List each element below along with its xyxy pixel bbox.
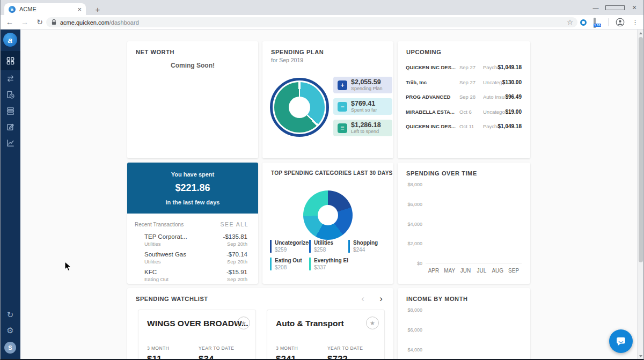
bookmark-star-icon[interactable]: ☆	[567, 18, 573, 26]
sidebar-item-investing[interactable]	[0, 135, 20, 151]
gear-icon[interactable]: ⚙	[6, 326, 13, 334]
sidebar-item-planning[interactable]	[0, 119, 20, 135]
transactions-icon	[6, 74, 15, 83]
extension-badge-icon[interactable]: 1.16	[594, 19, 601, 26]
top-categories-card: TOP SPENDING CATEGORIES LAST 30 DAYS Unc…	[262, 163, 393, 284]
tab-close-icon[interactable]: ×	[77, 6, 82, 13]
scrollbar-down-icon[interactable]	[638, 353, 644, 359]
back-icon[interactable]: ←	[2, 18, 17, 26]
stat-label: Left to spend	[351, 129, 381, 134]
scrollbar-up-icon[interactable]	[638, 30, 644, 36]
app-logo[interactable]: a	[3, 33, 17, 47]
upcoming-date: Sep 27	[459, 79, 483, 85]
transaction-date: Sep 20th	[226, 259, 247, 265]
spending-plan-stats: +$2,055.59Spending Plan−$769.41Spent so …	[333, 77, 392, 136]
transaction-right: -$15.91Sep 20th	[226, 269, 247, 282]
upcoming-date: Sep 27	[459, 64, 483, 70]
legend-value: $244	[353, 247, 390, 253]
transaction-row[interactable]: KFCEating Out-$15.91Sep 20th	[127, 267, 258, 284]
stat-value: $241	[276, 354, 327, 360]
chat-bubble-icon	[615, 335, 627, 347]
window-minimize-button[interactable]: —	[586, 0, 605, 15]
scrollbar-thumb[interactable]	[639, 37, 643, 262]
main-area: a ↻ ⚙ S NET WORTH Coming Soon! SPENDING …	[0, 30, 644, 360]
donut-hole	[318, 205, 338, 225]
upcoming-row[interactable]: PROG ADVANCEDSep 28Auto Insuran...$96.49	[398, 90, 530, 105]
top-categories-title: TOP SPENDING CATEGORIES LAST 30 DAYS	[262, 163, 393, 176]
sidebar-item-transactions[interactable]	[0, 70, 20, 86]
transaction-row[interactable]: TEP Corporat...Utilities-$135.81Sep 20th	[127, 231, 258, 249]
menu-dots-icon[interactable]: ⋮	[632, 18, 639, 26]
sidebar-item-dashboard[interactable]	[0, 51, 20, 70]
transaction-date: Sep 20th	[223, 241, 247, 247]
top-categories-donut-chart	[303, 190, 353, 240]
transaction-right: -$135.81Sep 20th	[223, 233, 247, 247]
stat-value: $722	[327, 354, 379, 360]
plot-area	[426, 310, 522, 360]
upcoming-amount: $1,049.18	[498, 123, 522, 129]
transaction-amount: -$70.14	[226, 251, 247, 258]
upcoming-category: Uncategorized	[483, 109, 505, 115]
tab-strip: a ACME × + — ×	[0, 0, 644, 15]
stat-label: YEAR TO DATE	[199, 346, 250, 351]
window-maximize-button[interactable]	[605, 0, 625, 15]
upcoming-payee: QUICKEN INC DES...	[406, 64, 459, 70]
forward-icon[interactable]: →	[17, 18, 32, 26]
stat-text: $769.41Spent so far	[351, 100, 377, 113]
bills-icon	[6, 90, 15, 99]
transaction-left: KFCEating Out	[144, 269, 169, 282]
spending-watchlist-card: SPENDING WATCHLIST ‹ › WINGS OVER BROADW…	[127, 288, 393, 360]
browser-tab[interactable]: a ACME ×	[4, 3, 86, 15]
y-axis-tick: $2,000	[407, 241, 422, 246]
stat-value: $34	[199, 354, 250, 360]
address-bar[interactable]: acme.quicken.com/dashboard	[46, 17, 577, 27]
sidebar-item-bills[interactable]	[0, 86, 20, 102]
extension-circle-icon[interactable]	[580, 19, 587, 26]
chat-launcher-button[interactable]	[609, 329, 633, 353]
watchlist-item-card[interactable]: WINGS OVER BROADW...★3 MONTH$11YEAR TO D…	[138, 310, 256, 360]
sync-icon[interactable]: ↻	[7, 311, 14, 319]
upcoming-row[interactable]: Triib, IncSep 27Uncategorized$130.00	[398, 75, 530, 90]
watchlist-items: WINGS OVER BROADW...★3 MONTH$11YEAR TO D…	[138, 310, 385, 360]
upcoming-row[interactable]: QUICKEN INC DES...Sep 27Paycheck$1,049.1…	[398, 60, 530, 75]
see-all-link[interactable]: SEE ALL	[220, 221, 248, 227]
user-avatar[interactable]: S	[4, 342, 16, 354]
accounts-icon	[6, 106, 15, 115]
watchlist-stat-ytd: YEAR TO DATE$34	[199, 346, 250, 360]
legend-label: Shopping	[353, 240, 390, 246]
watchlist-next-icon[interactable]: ›	[379, 293, 383, 304]
upcoming-title: UPCOMING	[398, 41, 530, 55]
upcoming-payee: MIRABELLA ESTA...	[406, 109, 459, 115]
page-scrollbar[interactable]	[637, 30, 644, 360]
x-axis: APRMAYJUNJULAUGSEP	[426, 266, 522, 274]
upcoming-date: Sep 28	[459, 94, 483, 100]
recent-transactions-list: TEP Corporat...Utilities-$135.81Sep 20th…	[127, 231, 258, 284]
stat-text: $2,055.59Spending Plan	[351, 79, 383, 91]
window-close-button[interactable]: ×	[625, 0, 644, 15]
y-axis: $8,000$6,000$4,000$2,000$0	[404, 185, 422, 263]
sidebar-item-accounts[interactable]	[0, 102, 20, 119]
upcoming-row[interactable]: QUICKEN INC DES...Oct 11Paycheck$1,049.1…	[398, 119, 530, 134]
url-path: /dashboard	[109, 19, 139, 26]
legend-value: $259	[275, 247, 309, 253]
income-by-month-title: INCOME BY MONTH	[398, 288, 530, 302]
watchlist-star-icon[interactable]: ★	[366, 317, 379, 329]
transaction-row[interactable]: Southwest GasUtilities-$70.14Sep 20th	[127, 249, 258, 267]
new-tab-button[interactable]: +	[92, 4, 103, 14]
watchlist-item-card[interactable]: Auto & Transport★3 MONTH$241YEAR TO DATE…	[267, 310, 385, 360]
refresh-icon[interactable]: ↻	[32, 18, 47, 26]
spending-plan-donut-chart	[270, 78, 329, 137]
transaction-category: Utilities	[144, 259, 186, 265]
spending-over-time-title: SPENDING OVER TIME	[398, 163, 530, 177]
income-by-month-card: INCOME BY MONTH $8,000$6,000$4,000$2,000…	[398, 288, 530, 360]
transaction-category: Eating Out	[144, 276, 169, 282]
watchlist-prev-icon[interactable]: ‹	[361, 293, 364, 304]
upcoming-row[interactable]: MIRABELLA ESTA...Oct 6Uncategorized$19.0…	[398, 105, 530, 120]
y-axis-tick: $8,000	[407, 182, 422, 187]
transaction-left: Southwest GasUtilities	[144, 251, 186, 265]
browser-window: a ACME × + — × ← → ↻ acme.quicken.com/da…	[0, 0, 644, 360]
url-domain: acme.quicken.com	[60, 19, 109, 26]
profile-icon[interactable]	[616, 18, 625, 27]
watchlist-star-icon[interactable]: ★	[237, 317, 250, 329]
stat-label: 3 MONTH	[147, 346, 199, 351]
